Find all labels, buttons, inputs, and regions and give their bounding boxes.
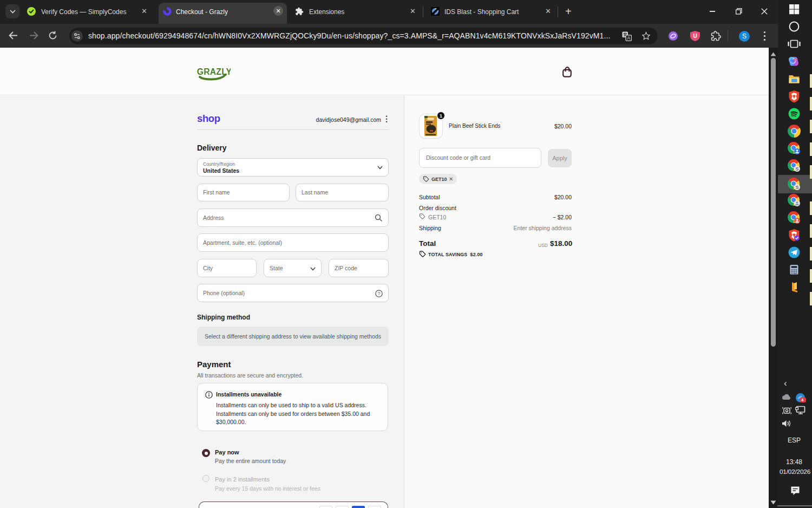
- svg-text:A: A: [627, 35, 630, 41]
- svg-text:S: S: [795, 166, 798, 172]
- svg-text:S: S: [795, 185, 798, 190]
- svg-text:?: ?: [377, 291, 380, 296]
- svg-text:U: U: [693, 33, 697, 39]
